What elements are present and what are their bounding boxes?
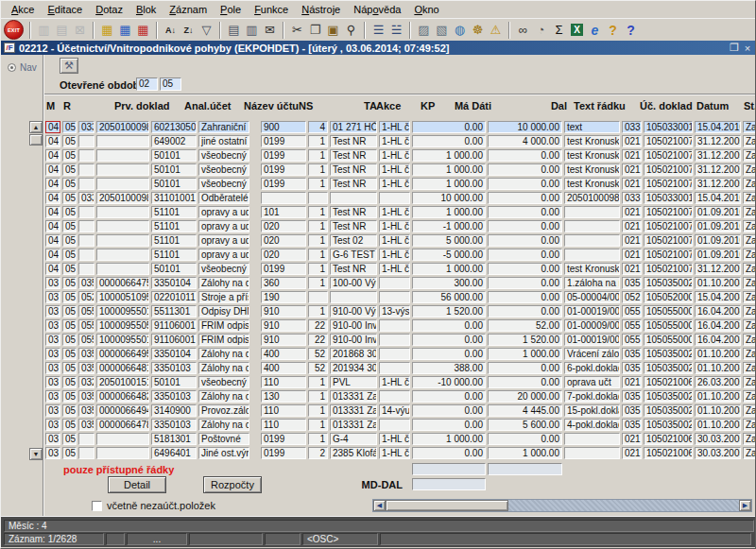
cell-r[interactable]: 05 (62, 291, 77, 303)
cell-nazev-uctu[interactable]: Zálohy na c (198, 362, 249, 374)
cell-datum[interactable]: 15.04.2010 (695, 192, 741, 204)
cell-ta[interactable]: 1 (308, 234, 328, 247)
cell-kniha[interactable]: 021 (622, 376, 642, 388)
cell-text-radku[interactable]: 4-pokl.doklad (564, 419, 620, 431)
cell-datum[interactable]: 01.10.2008 (695, 419, 741, 431)
cell-nazev-uctu[interactable]: všeobecný (198, 163, 249, 176)
scroll-up-button[interactable]: ▲ (29, 121, 43, 133)
cell-kp[interactable]: 1-HL č (379, 447, 410, 459)
cell-datum[interactable]: 01.10.2008 (695, 277, 741, 289)
cell-datum[interactable]: 01.09.2010 (695, 234, 741, 247)
cell-ma-dati[interactable]: 1 000.00 (412, 263, 486, 275)
cell-r[interactable]: 05 (62, 206, 77, 218)
cell-ta[interactable]: 1 (308, 433, 328, 445)
cell-ta[interactable]: 1 (308, 419, 328, 431)
cell-dal[interactable]: 52.00 (488, 319, 562, 332)
cell-ns[interactable]: 101 (261, 206, 306, 218)
cell-datum[interactable]: 15.04.2008 (695, 291, 741, 303)
cell-ta[interactable]: 1 (308, 249, 328, 261)
cell-org[interactable] (78, 263, 94, 275)
cell-anal-ucet[interactable]: 51101 (151, 220, 197, 232)
cell-kniha[interactable]: 055 (622, 305, 642, 317)
budgets-button[interactable]: Rozpočty (203, 476, 262, 493)
cell-r[interactable]: 05 (62, 277, 77, 289)
cell-anal-ucet[interactable]: 50101 (151, 163, 197, 176)
cell-kniha[interactable]: 021 (622, 447, 642, 459)
cell-kp[interactable]: 1-HL č (379, 121, 410, 133)
cell-ns[interactable] (261, 192, 306, 204)
cell-org[interactable] (78, 447, 94, 459)
update-record-icon[interactable]: ▦ (116, 21, 134, 40)
cell-ma-dati[interactable]: 0.00 (412, 135, 486, 147)
cell-anal-ucet[interactable]: 3350103 (151, 419, 197, 431)
cell-ma-dati[interactable]: -1 000.00 (412, 220, 486, 232)
cell-akce[interactable] (330, 192, 377, 204)
cell-kniha[interactable]: 033 (622, 121, 642, 133)
cell-ma-dati[interactable]: 56 000.00 (412, 291, 486, 303)
cell-ma-dati[interactable]: 0.00 (412, 404, 486, 417)
cell-org[interactable]: 033 (78, 121, 94, 133)
cell-nazev-uctu[interactable]: opravy a ud (198, 249, 249, 261)
cell-ta[interactable]: 22 (308, 319, 328, 332)
cell-dal[interactable]: 0.00 (488, 291, 562, 303)
cell-nazev-uctu[interactable]: Poštovné (198, 433, 249, 445)
cell-dal[interactable]: 0.00 (488, 178, 562, 190)
cell-kniha[interactable]: 021 (622, 234, 642, 247)
cell-prv-doklad[interactable]: 0000066482 (96, 390, 149, 403)
sort-ascending-icon[interactable]: A↓ (162, 21, 180, 40)
cell-kniha[interactable]: 021 (622, 249, 642, 261)
globe-icon[interactable]: ◍ (451, 21, 469, 40)
cell-kp[interactable] (379, 277, 410, 289)
cell-ns[interactable]: 0199 (261, 263, 306, 275)
cell-ns[interactable]: 020 (261, 249, 306, 261)
cell-org[interactable] (78, 220, 94, 232)
cell-text-radku[interactable]: text (564, 121, 620, 133)
cell-kp[interactable]: 1-HL č (379, 263, 410, 275)
cell-org[interactable]: 035 (78, 404, 94, 417)
cell-m[interactable]: 03 (45, 319, 60, 332)
cell-ns[interactable]: 020 (261, 234, 306, 247)
cell-kniha[interactable]: 021 (622, 433, 642, 445)
cell-prv-doklad[interactable] (96, 234, 149, 247)
cell-dal[interactable]: 1 000.00 (488, 348, 562, 360)
cell-m[interactable]: 03 (45, 334, 60, 346)
cell-nazev-uctu[interactable]: opravy a ud (198, 206, 249, 218)
cell-text-radku[interactable]: test Kronuska (564, 135, 620, 147)
cell-uc-doklad[interactable]: 1050210075 (644, 149, 693, 162)
print-icon[interactable]: ▤ (225, 21, 243, 40)
cell-uc-doklad[interactable]: 1050350026 (644, 277, 693, 289)
cell-text-radku[interactable]: 01-00019/000 (564, 334, 620, 346)
cell-org[interactable]: 035 (78, 362, 94, 374)
cell-ma-dati[interactable]: 0.00 (412, 348, 486, 360)
cell-ns[interactable]: 400 (261, 348, 306, 360)
cell-st[interactable]: Za (743, 348, 756, 360)
cell-kniha[interactable]: 035 (622, 362, 642, 374)
cell-anal-ucet[interactable]: 91106001 (151, 319, 197, 332)
cell-prv-doklad[interactable] (96, 433, 149, 445)
cell-kp[interactable] (379, 291, 410, 303)
menu-item-nastroje[interactable]: Nástroje (295, 2, 347, 17)
cell-ns[interactable]: 0199 (261, 447, 306, 459)
cell-ma-dati[interactable]: -10 000.00 (412, 376, 486, 388)
cell-datum[interactable]: 01.10.2008 (695, 390, 741, 403)
cell-text-radku[interactable] (564, 249, 620, 261)
insert-record-icon[interactable]: ▦ (98, 21, 116, 40)
cell-r[interactable]: 05 (62, 192, 77, 204)
cell-org[interactable] (78, 163, 94, 176)
hscroll-thumb[interactable] (386, 500, 508, 511)
cell-st[interactable]: Za (743, 220, 756, 232)
cell-text-radku[interactable] (564, 206, 620, 218)
cell-st[interactable]: Za (743, 149, 756, 162)
cell-kp[interactable]: 1-HL č (379, 178, 410, 190)
cell-r[interactable]: 05 (62, 419, 77, 431)
cell-uc-doklad[interactable]: 1050350026 (644, 404, 693, 417)
cell-text-radku[interactable]: 6-pokl.doklad (564, 362, 620, 374)
cell-anal-ucet[interactable]: 649002 (151, 135, 197, 147)
cell-uc-doklad[interactable]: 1050210065 (644, 447, 693, 459)
cell-nazev-uctu[interactable]: Zálohy na c (198, 390, 249, 403)
cell-r[interactable]: 05 (62, 433, 77, 445)
cell-nazev-uctu[interactable]: Odpisy DHM (198, 305, 249, 317)
cell-akce[interactable]: Test NR (330, 206, 377, 218)
cell-ns[interactable]: 0199 (261, 433, 306, 445)
print-setup-icon[interactable]: ▥ (243, 21, 261, 40)
